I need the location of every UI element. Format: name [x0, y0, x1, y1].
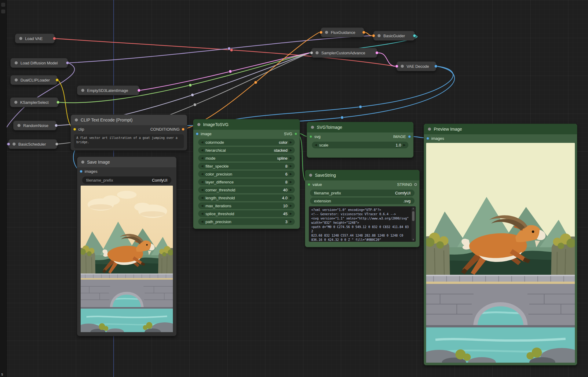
- node-header[interactable]: ImageToSVG: [193, 119, 300, 130]
- conditioning-input-port[interactable]: [372, 34, 375, 37]
- panel-toggle-icon[interactable]: [1, 9, 5, 13]
- widget-extension[interactable]: extension .svg: [310, 198, 415, 204]
- widget-scale[interactable]: ◀ scale 1.0 ▶: [312, 142, 408, 148]
- increment-icon[interactable]: ▶: [290, 141, 292, 144]
- node-dual-clip-loader[interactable]: DualCLIPLoader: [10, 75, 57, 85]
- node-clip-text-encode[interactable]: CLIP Text Encode (Prompt) clip CONDITION…: [71, 114, 187, 150]
- widget-corner-threshold[interactable]: ◀ corner_threshold 40 ▶: [198, 187, 295, 193]
- collapse-dot[interactable]: [197, 123, 200, 126]
- node-sampler-custom-advance[interactable]: SamplerCustomAdvance: [311, 48, 377, 58]
- node-save-image[interactable]: Save Image images filename_prefix ComfyU…: [77, 157, 177, 336]
- model-input-port[interactable]: [7, 143, 10, 146]
- widget-splice-threshold[interactable]: ◀ splice_threshold 45 ▶: [198, 210, 295, 217]
- node-basic-scheduler[interactable]: BasicScheduler: [8, 139, 57, 149]
- widget-length-threshold[interactable]: ◀ length_threshold 4.0 ▶: [198, 194, 295, 201]
- decrement-icon[interactable]: ◀: [201, 180, 203, 183]
- images-input-port[interactable]: [426, 137, 429, 140]
- increment-icon[interactable]: ▶: [290, 220, 292, 223]
- widget-hierarchical[interactable]: ◀ hierarchical stacked ▶: [198, 147, 295, 154]
- increment-icon[interactable]: ▶: [290, 204, 292, 207]
- node-save-string[interactable]: SaveString value STRING filename_prefix …: [305, 170, 420, 247]
- node-random-noise[interactable]: RandomNoise: [13, 121, 57, 130]
- collapse-dot[interactable]: [13, 143, 16, 146]
- increment-icon[interactable]: ▶: [403, 143, 406, 147]
- images-input-port[interactable]: [80, 170, 82, 173]
- collapse-dot[interactable]: [15, 78, 18, 82]
- collapse-dot[interactable]: [81, 161, 84, 164]
- noise-output-port[interactable]: [55, 124, 58, 127]
- widget-colormode[interactable]: ◀ colormode color ▶: [198, 139, 295, 146]
- increment-icon[interactable]: ▶: [290, 188, 292, 191]
- widget-filter-speckle[interactable]: ◀ filter_speckle 8 ▶: [198, 163, 295, 169]
- guider-output-port[interactable]: [413, 34, 416, 37]
- prompt-textarea[interactable]: A flat vector art illustration of a goat…: [74, 134, 184, 148]
- conditioning-output-port[interactable]: [182, 128, 184, 131]
- widget-max-iterations[interactable]: ◀ max_iterations 10 ▶: [198, 202, 295, 209]
- increment-icon[interactable]: ▶: [290, 212, 292, 215]
- node-load-vae[interactable]: Load VAE: [15, 34, 55, 43]
- svg-input-port[interactable]: [309, 135, 312, 138]
- collapse-dot[interactable]: [378, 34, 381, 37]
- collapse-dot[interactable]: [19, 37, 22, 40]
- collapse-dot[interactable]: [75, 118, 78, 121]
- decrement-icon[interactable]: ◀: [201, 172, 203, 176]
- node-image-to-svg[interactable]: ImageToSVG image SVG ◀ colormode color ▶…: [193, 119, 300, 229]
- decrement-icon[interactable]: ◀: [201, 204, 203, 207]
- value-input-port[interactable]: [308, 183, 310, 186]
- sigmas-output-port[interactable]: [55, 143, 58, 146]
- vae-output-port[interactable]: [53, 37, 56, 40]
- string-output-port[interactable]: [414, 183, 417, 186]
- scroll-up-icon[interactable]: ∧: [411, 207, 415, 210]
- svg-code-textarea[interactable]: <?xml version="1.0" encoding="UTF-8"?> <…: [309, 206, 416, 242]
- collapse-dot[interactable]: [17, 124, 20, 127]
- collapse-dot[interactable]: [81, 89, 84, 92]
- svg-output-port[interactable]: [294, 132, 297, 135]
- node-ksampler-select[interactable]: KSamplerSelect: [10, 97, 58, 107]
- increment-icon[interactable]: ▶: [290, 172, 292, 176]
- collapse-dot[interactable]: [15, 61, 18, 64]
- scrollbar[interactable]: ∧ ∨: [411, 207, 415, 241]
- increment-icon[interactable]: ▶: [290, 149, 292, 152]
- node-vae-decode[interactable]: VAE Decode: [396, 61, 436, 71]
- clip-output-port[interactable]: [56, 78, 59, 82]
- widget-filename-prefix[interactable]: filename_prefix ComfyUI: [82, 176, 171, 184]
- clip-input-port[interactable]: [73, 128, 76, 131]
- decrement-icon[interactable]: ◀: [201, 196, 203, 199]
- collapse-dot[interactable]: [309, 174, 312, 177]
- image-input-port[interactable]: [196, 132, 199, 135]
- widget-color-precision[interactable]: ◀ color_precision 6 ▶: [198, 171, 295, 177]
- decrement-icon[interactable]: ◀: [315, 143, 317, 147]
- collapse-dot[interactable]: [428, 128, 431, 131]
- decrement-icon[interactable]: ◀: [201, 141, 203, 144]
- node-preview-image[interactable]: Preview Image images: [424, 124, 577, 365]
- increment-icon[interactable]: ▶: [290, 196, 292, 199]
- decrement-icon[interactable]: ◀: [201, 212, 203, 215]
- scroll-down-icon[interactable]: ∨: [411, 238, 415, 241]
- samples-input-port[interactable]: [395, 65, 398, 68]
- node-header[interactable]: Save Image: [77, 157, 176, 167]
- conditioning-input-port[interactable]: [320, 31, 323, 34]
- model-output-port[interactable]: [66, 61, 69, 64]
- decrement-icon[interactable]: ◀: [201, 149, 203, 152]
- increment-icon[interactable]: ▶: [290, 157, 292, 160]
- scrollbar-thumb[interactable]: [412, 211, 415, 221]
- widget-layer-difference[interactable]: ◀ layer_difference 8 ▶: [198, 179, 295, 185]
- node-load-diffusion-model[interactable]: Load Diffusion Model: [10, 58, 68, 68]
- node-empty-sd3-latent[interactable]: EmptySD3LatentImage: [77, 85, 139, 95]
- decrement-icon[interactable]: ◀: [201, 220, 203, 223]
- node-header[interactable]: CLIP Text Encode (Prompt): [71, 115, 187, 125]
- node-header[interactable]: SVGToImage: [307, 122, 413, 132]
- widget-mode[interactable]: ◀ mode spline ▶: [198, 155, 295, 161]
- node-flux-guidance[interactable]: FluxGuidance: [321, 27, 364, 37]
- increment-icon[interactable]: ▶: [290, 180, 292, 183]
- widget-filename-prefix[interactable]: filename_prefix ComfyUI: [310, 190, 415, 196]
- collapse-dot[interactable]: [316, 51, 319, 54]
- node-basic-guider[interactable]: BasicGuider: [373, 31, 415, 41]
- sampler-output-port[interactable]: [57, 101, 60, 104]
- node-graph-canvas[interactable]: Load VAE Load Diffusion Model DualCLIPLo…: [0, 0, 588, 377]
- widget-path-precision[interactable]: ◀ path_precision 3 ▶: [198, 218, 295, 225]
- increment-icon[interactable]: ▶: [290, 165, 292, 168]
- latent-output-port[interactable]: [375, 51, 378, 54]
- conditioning-output-port[interactable]: [362, 31, 365, 34]
- decrement-icon[interactable]: ◀: [201, 165, 203, 168]
